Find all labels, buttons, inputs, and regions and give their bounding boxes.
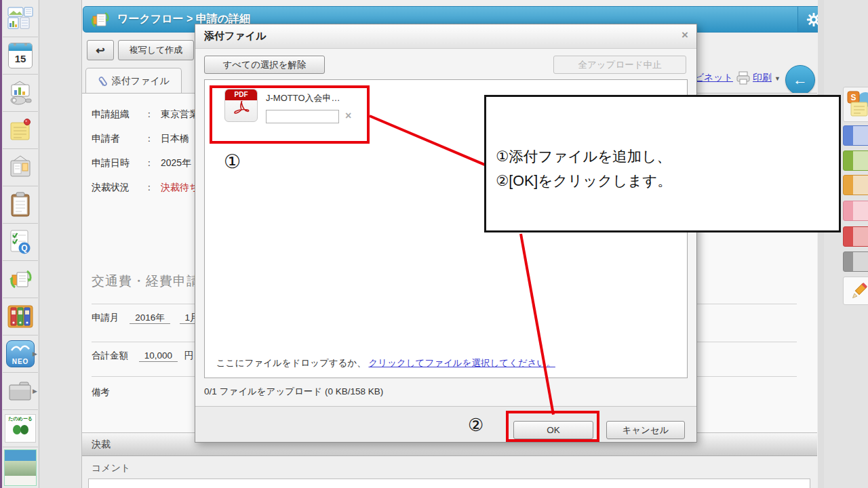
print-link[interactable]: 印刷	[753, 72, 772, 84]
pencil-icon	[850, 282, 868, 300]
approval-section-label: 決裁	[92, 439, 111, 451]
deselect-all-button[interactable]: すべての選択を解除	[204, 56, 325, 74]
select-file-link[interactable]: クリックしてファイルを選択してください。	[369, 358, 555, 368]
neo-icon[interactable]: NEO ▶	[3, 336, 38, 373]
bulletin-board-icon[interactable]	[3, 149, 38, 186]
label-tab-red[interactable]	[843, 226, 868, 247]
field-datetime: 申請日時：2025年	[92, 157, 191, 169]
neo-label: NEO	[7, 357, 34, 367]
presentation-icon[interactable]	[3, 75, 38, 112]
memo-icon[interactable]	[3, 112, 38, 149]
cancel-button[interactable]: キャンセル	[606, 421, 685, 439]
dropzone-hint: ここにファイルをドロップするか、 クリックしてファイルを選択してください。	[216, 357, 555, 369]
upload-status-text: 0/1 ファイルをアップロード (0 KB/158 KB)	[204, 386, 383, 398]
sticky-note-widget-icon[interactable]: S	[843, 87, 868, 122]
dialog-title: 添付ファイル	[204, 30, 266, 43]
banner-image[interactable]	[3, 447, 38, 487]
label-tab-blue[interactable]	[843, 125, 868, 146]
binders-icon[interactable]	[3, 298, 38, 336]
label-tab-green[interactable]	[843, 150, 868, 171]
field-approval-status: 決裁状況：決裁待ち	[92, 182, 199, 194]
banner-image	[4, 449, 37, 486]
calendar-icon: 15	[8, 43, 33, 68]
status-badge: 決裁待ち	[161, 182, 199, 192]
printer-icon	[736, 71, 751, 85]
return-button[interactable]: ←	[785, 65, 815, 95]
clipboard-icon	[9, 192, 31, 218]
abort-all-uploads-button[interactable]: 全アップロード中止	[553, 56, 686, 74]
field-value: 2025年	[161, 157, 191, 168]
print-caret-icon[interactable]: ▼	[774, 75, 781, 82]
step-2-marker: ②	[468, 415, 484, 436]
callout-line-2: ②[OK]をクリックします。	[496, 169, 839, 193]
expand-caret-icon[interactable]: ▶	[33, 388, 37, 394]
tab-attachments[interactable]: 添付ファイル	[85, 68, 182, 94]
survey-icon: Q	[9, 229, 32, 255]
clipboard-icon[interactable]	[3, 186, 38, 224]
workflow-icon	[8, 267, 33, 291]
annotation-box-ok-button	[506, 411, 599, 442]
tanomail-icon: たのめーる	[5, 414, 36, 443]
label-tab-pink[interactable]	[843, 201, 868, 221]
copy-create-label: 複写して作成	[130, 44, 183, 56]
left-arrow-icon: ←	[793, 71, 808, 89]
close-icon[interactable]: ×	[682, 28, 688, 42]
total-unit: 円	[184, 350, 194, 361]
portal-icon	[7, 7, 33, 30]
field-org: 申請組織：東京営業	[92, 108, 199, 121]
binders-icon	[7, 305, 33, 328]
sticky-note-widget-icon: S	[846, 90, 868, 119]
dialog-titlebar: 添付ファイル ×	[195, 24, 696, 49]
portal-icon[interactable]	[3, 0, 38, 37]
folder-icon	[7, 380, 33, 402]
step-1-marker: ①	[224, 150, 241, 173]
survey-icon[interactable]: Q	[3, 224, 38, 261]
expand-caret-icon[interactable]: ▶	[33, 350, 37, 357]
abort-all-label: 全アップロード中止	[578, 59, 661, 71]
month-label: 申請月	[92, 312, 119, 323]
survey-q-letter: Q	[21, 243, 27, 253]
sidebar-accent-stripe	[0, 0, 2, 488]
copy-create-button[interactable]: 複写して作成	[118, 40, 194, 60]
field-value: 東京営業	[161, 108, 199, 119]
dropzone-text: ここにファイルをドロップするか、	[216, 358, 366, 368]
neo-icon: NEO	[6, 340, 35, 367]
calendar-day: 15	[9, 51, 32, 67]
field-label: 申請者	[92, 133, 143, 145]
back-icon: ↩	[96, 44, 104, 57]
back-button[interactable]: ↩	[87, 40, 114, 60]
calendar-icon[interactable]: 15	[3, 37, 38, 75]
annotation-box-file-item	[210, 85, 370, 144]
total-value: 10,000	[139, 350, 178, 362]
tanomail-label: たのめーる	[5, 415, 35, 423]
month-year-value: 2016年	[130, 312, 170, 324]
folder-icon[interactable]: ▶	[3, 373, 38, 410]
label-tab-orange[interactable]	[843, 175, 868, 195]
field-applicant: 申請者：日本橋	[92, 133, 189, 145]
field-value: 日本橋	[161, 133, 189, 144]
field-month: 申請月 2016年 1月	[92, 312, 205, 324]
field-total: 合計金額 10,000 円	[92, 350, 193, 362]
deselect-all-label: すべての選択を解除	[222, 59, 306, 71]
callout-line-1: ①添付ファイルを追加し、	[496, 144, 839, 169]
cancel-label: キャンセル	[622, 424, 669, 436]
field-label: 申請日時	[92, 157, 143, 169]
form-title: 交通費・経費申請	[92, 272, 200, 290]
paperclip-icon	[98, 75, 108, 87]
total-label: 合計金額	[92, 350, 128, 361]
tanomail-icon[interactable]: たのめーる	[3, 410, 38, 447]
presentation-icon	[7, 81, 33, 105]
bulletin-board-icon	[7, 155, 33, 180]
workflow-header-icon	[89, 9, 111, 30]
comment-box[interactable]	[88, 479, 810, 488]
edit-pencil-button[interactable]	[843, 277, 868, 305]
s-badge: S	[850, 93, 856, 102]
field-label: 申請組織	[92, 108, 143, 121]
memo-icon	[8, 118, 33, 142]
comment-label: コメント	[92, 462, 130, 474]
tab-attachments-label: 添付ファイル	[112, 75, 170, 87]
workflow-icon[interactable]	[3, 261, 38, 298]
remarks-label: 備考	[92, 386, 110, 399]
label-tab-gray[interactable]	[843, 251, 868, 272]
instruction-callout: ①添付ファイルを追加し、 ②[OK]をクリックします。	[484, 95, 841, 232]
